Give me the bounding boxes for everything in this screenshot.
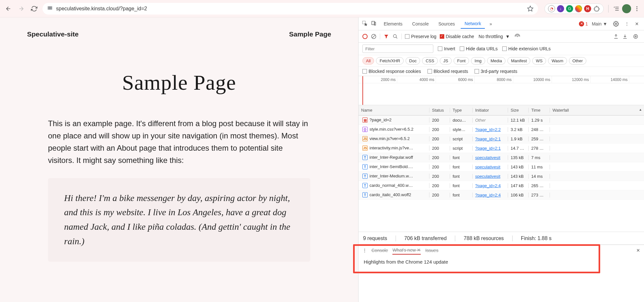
hide-data-urls-checkbox[interactable]: Hide data URLs bbox=[460, 46, 498, 51]
request-initiator[interactable]: ?page_id=2:1 bbox=[475, 146, 501, 151]
network-row[interactable]: Tcardo_normal_400.w…200font?page_id=2:41… bbox=[359, 181, 644, 190]
network-row[interactable]: Tinter_Inter-Medium.w…200fontspeculative… bbox=[359, 172, 644, 181]
search-icon[interactable] bbox=[392, 34, 398, 39]
drawer-tab-issues[interactable]: Issues bbox=[425, 247, 438, 254]
menu-icon[interactable] bbox=[634, 5, 640, 12]
site-title[interactable]: Speculative-site bbox=[27, 30, 79, 38]
extension-icon[interactable]: H bbox=[584, 5, 591, 12]
request-initiator[interactable]: ?page_id=2:4 bbox=[475, 193, 501, 197]
page-content: Speculative-site Sample Page Sample Page… bbox=[0, 17, 358, 302]
request-type: script bbox=[450, 136, 473, 141]
site-settings-icon[interactable] bbox=[47, 6, 53, 12]
column-header-initiator[interactable]: Initiator bbox=[473, 108, 508, 113]
import-icon[interactable] bbox=[613, 34, 619, 39]
network-row[interactable]: JSinteractivity.min.js?ve…200script?page… bbox=[359, 144, 644, 153]
network-settings-icon[interactable] bbox=[631, 34, 640, 39]
close-devtools-icon[interactable]: ✕ bbox=[633, 21, 641, 26]
request-type: font bbox=[450, 155, 473, 160]
type-chip-manifest[interactable]: Manifest bbox=[507, 57, 530, 65]
network-conditions-icon[interactable] bbox=[514, 34, 520, 39]
back-button[interactable] bbox=[4, 4, 13, 13]
request-name: inter_Inter-Regular.woff bbox=[370, 155, 413, 160]
request-initiator[interactable]: ?page_id=2:2 bbox=[475, 127, 501, 132]
reading-list-icon[interactable] bbox=[613, 5, 620, 12]
type-chip-all[interactable]: All bbox=[362, 57, 374, 65]
hide-extension-urls-checkbox[interactable]: Hide extension URLs bbox=[502, 46, 551, 51]
extension-icon[interactable]: G bbox=[566, 5, 573, 12]
settings-icon[interactable] bbox=[611, 21, 621, 27]
device-toolbar-icon[interactable] bbox=[371, 20, 378, 27]
network-row[interactable]: Tinter_Inter-Regular.woff200fontspeculat… bbox=[359, 153, 644, 162]
more-tabs-icon[interactable]: » bbox=[487, 20, 495, 28]
type-chip-font[interactable]: Font bbox=[454, 57, 469, 65]
tab-console[interactable]: Console bbox=[408, 19, 432, 28]
clear-button[interactable] bbox=[371, 34, 377, 39]
type-chip-media[interactable]: Media bbox=[487, 57, 505, 65]
request-initiator[interactable]: speculativesit bbox=[475, 165, 500, 169]
column-header-name[interactable]: Name bbox=[359, 108, 429, 113]
request-size: 135 kB bbox=[508, 155, 529, 160]
error-indicator[interactable]: ✕1 bbox=[579, 21, 588, 26]
reload-button[interactable] bbox=[30, 4, 39, 13]
throttling-select[interactable]: No throttling ▼ bbox=[477, 34, 511, 39]
request-time: 11 ms bbox=[529, 165, 550, 169]
tab-elements[interactable]: Elements bbox=[380, 19, 406, 28]
blocked-requests-checkbox[interactable]: Blocked requests bbox=[428, 69, 468, 74]
more-icon[interactable]: ⋮ bbox=[623, 21, 631, 26]
preserve-log-checkbox[interactable]: Preserve log bbox=[405, 34, 437, 39]
type-chip-fetchxhr[interactable]: Fetch/XHR bbox=[376, 57, 404, 65]
filter-input[interactable] bbox=[362, 45, 433, 53]
type-chip-css[interactable]: CSS bbox=[422, 57, 438, 65]
request-type: script bbox=[450, 146, 473, 151]
network-row[interactable]: ▤?page_id=2200docu…Other12.1 kB1.29 s bbox=[359, 116, 644, 125]
network-row[interactable]: Tinter_Inter-SemiBold.…200fontspeculativ… bbox=[359, 162, 644, 172]
request-size: 1.9 kB bbox=[508, 136, 529, 141]
column-header-waterfall[interactable]: Waterfall▲ bbox=[550, 108, 644, 113]
waterfall-overview[interactable]: 2000 ms4000 ms6000 ms8000 ms10000 ms1200… bbox=[359, 76, 644, 105]
record-button[interactable] bbox=[362, 34, 368, 39]
filter-icon[interactable] bbox=[383, 34, 389, 39]
disable-cache-checkbox[interactable]: Disable cache bbox=[440, 34, 474, 39]
request-initiator[interactable]: speculativesit bbox=[475, 174, 500, 179]
column-header-status[interactable]: Status bbox=[429, 108, 450, 113]
type-chip-wasm[interactable]: Wasm bbox=[548, 57, 567, 65]
extension-icon[interactable] bbox=[575, 5, 582, 12]
address-bar[interactable]: speculativesite.kinsta.cloud/?page_id=2 bbox=[43, 3, 538, 15]
column-header-type[interactable]: Type bbox=[450, 108, 473, 113]
network-row[interactable]: {}style.min.css?ver=6.5.2200style…?page_… bbox=[359, 125, 644, 134]
target-selector[interactable]: Main ▼ bbox=[590, 21, 609, 26]
extension-icon[interactable]: ◔ bbox=[548, 5, 555, 12]
type-chip-doc[interactable]: Doc bbox=[406, 57, 420, 65]
export-icon[interactable] bbox=[622, 34, 628, 39]
request-initiator[interactable]: ?page_id=2:4 bbox=[475, 183, 501, 188]
request-size: 3.2 kB bbox=[508, 127, 529, 132]
drawer-tab-console[interactable]: Console bbox=[371, 247, 388, 254]
profile-avatar[interactable] bbox=[622, 4, 631, 13]
request-initiator[interactable]: speculativesit bbox=[475, 155, 500, 160]
puzzle-icon[interactable] bbox=[593, 5, 600, 12]
type-chip-other[interactable]: Other bbox=[569, 57, 587, 65]
blocked-cookies-checkbox[interactable]: Blocked response cookies bbox=[362, 69, 421, 74]
drawer-close-icon[interactable]: ✕ bbox=[636, 248, 640, 253]
type-chip-ws[interactable]: WS bbox=[532, 57, 546, 65]
nav-link-sample-page[interactable]: Sample Page bbox=[289, 30, 331, 38]
drawer-tab-whatsnew[interactable]: What's new ✕ bbox=[392, 246, 421, 255]
tab-sources[interactable]: Sources bbox=[435, 19, 459, 28]
network-row[interactable]: JSview.min.js?ver=6.5.2200script?page_id… bbox=[359, 134, 644, 144]
drawer-menu-icon[interactable]: ⋮ bbox=[362, 248, 367, 253]
extension-icon[interactable]: ↓ bbox=[557, 5, 564, 12]
third-party-checkbox[interactable]: 3rd-party requests bbox=[475, 69, 517, 74]
request-status: 200 bbox=[429, 127, 450, 132]
network-row[interactable]: Tcardo_italic_400.woff2200font?page_id=2… bbox=[359, 190, 644, 200]
select-element-icon[interactable] bbox=[362, 20, 369, 27]
invert-checkbox[interactable]: Invert bbox=[438, 46, 455, 51]
tab-network[interactable]: Network bbox=[461, 19, 485, 29]
request-initiator[interactable]: ?page_id=2:1 bbox=[475, 136, 501, 141]
column-header-size[interactable]: Size bbox=[508, 108, 529, 113]
bookmark-icon[interactable] bbox=[527, 5, 533, 12]
column-header-time[interactable]: Time bbox=[529, 108, 550, 113]
type-chip-img[interactable]: Img bbox=[471, 57, 485, 65]
type-chip-js[interactable]: JS bbox=[440, 57, 452, 65]
forward-button[interactable] bbox=[17, 4, 26, 13]
network-status-bar: 9 requests 706 kB transferred 788 kB res… bbox=[359, 232, 644, 245]
